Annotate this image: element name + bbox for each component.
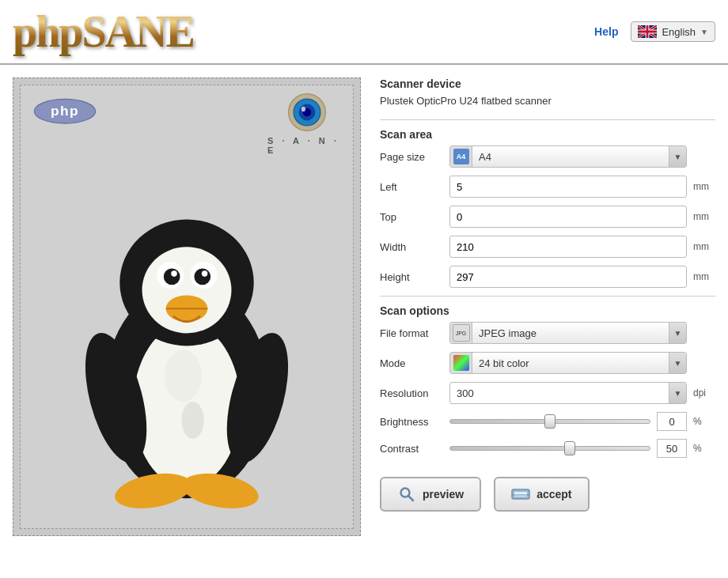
resolution-dropdown-arrow[interactable]: ▼ — [669, 383, 686, 403]
mode-value: 24 bit color — [472, 357, 669, 369]
language-selector[interactable]: English ▼ — [631, 21, 715, 42]
svg-rect-30 — [512, 494, 529, 496]
divider-1 — [380, 119, 715, 120]
brightness-slider-thumb[interactable] — [544, 414, 555, 429]
file-format-value: JPEG image — [472, 327, 669, 339]
left-label: Left — [380, 181, 443, 193]
svg-point-24 — [165, 349, 202, 402]
header: phpSANE Help English ▼ — [0, 0, 728, 65]
main-content: php S · A · N · E — [0, 65, 728, 549]
svg-point-7 — [301, 107, 305, 112]
height-row: Height mm — [380, 266, 715, 288]
file-format-row: File format JPG JPEG image ▼ — [380, 322, 715, 344]
flag-icon — [638, 25, 657, 38]
mode-select[interactable]: 24 bit color ▼ — [449, 352, 687, 374]
page-size-label: Page size — [380, 151, 443, 163]
preview-icon — [397, 485, 416, 504]
resolution-label: Resolution — [380, 387, 443, 399]
page-size-arrow[interactable]: ▼ — [669, 146, 686, 167]
sane-text: S · A · N · E — [267, 136, 347, 155]
a4-icon: A4 — [453, 149, 469, 164]
accept-icon — [511, 485, 530, 504]
php-logo: php — [33, 98, 97, 131]
top-label: Top — [380, 211, 443, 223]
file-format-arrow[interactable]: ▼ — [669, 323, 686, 343]
file-format-icon: JPG — [450, 323, 472, 343]
contrast-value[interactable]: 50 — [657, 439, 687, 458]
tux-penguin — [60, 157, 313, 520]
height-label: Height — [380, 271, 443, 283]
logo: phpSANE — [13, 6, 194, 57]
brightness-value[interactable]: 0 — [657, 412, 687, 431]
resolution-select[interactable]: 300 ▼ — [449, 382, 687, 404]
page-size-value: A4 — [472, 151, 669, 163]
svg-line-27 — [408, 496, 413, 501]
contrast-slider-container: 50 — [449, 439, 687, 458]
header-right: Help English ▼ — [594, 21, 715, 42]
sane-logo: S · A · N · E — [267, 92, 347, 155]
top-unit: mm — [693, 211, 715, 222]
left-unit: mm — [693, 181, 715, 192]
svg-text:php: php — [51, 103, 79, 119]
brightness-unit: % — [693, 416, 715, 427]
top-input[interactable] — [449, 206, 687, 228]
contrast-slider-thumb[interactable] — [564, 441, 575, 455]
contrast-label: Contrast — [380, 443, 443, 455]
mode-icon — [450, 353, 472, 373]
contrast-unit: % — [693, 443, 715, 454]
help-link[interactable]: Help — [594, 25, 618, 38]
mode-arrow[interactable]: ▼ — [669, 353, 686, 373]
page-size-select[interactable]: A4 A4 ▼ — [449, 145, 687, 168]
resolution-value: 300 — [450, 387, 669, 399]
divider-2 — [380, 296, 715, 297]
mode-row: Mode 24 bit color ▼ — [380, 352, 715, 374]
page-size-row: Page size A4 A4 ▼ — [380, 145, 715, 168]
left-input[interactable] — [449, 176, 687, 198]
file-format-label: File format — [380, 327, 443, 339]
resolution-unit: dpi — [693, 387, 715, 399]
brightness-slider-container: 0 — [449, 412, 687, 431]
contrast-slider-track[interactable] — [449, 446, 650, 451]
language-label: English — [662, 26, 696, 38]
right-panel: Scanner device Plustek OpticPro U24 flat… — [380, 77, 715, 512]
svg-point-14 — [171, 270, 177, 277]
sane-eye-icon — [282, 92, 332, 133]
svg-point-13 — [164, 269, 180, 285]
svg-point-16 — [194, 269, 210, 285]
resolution-row: Resolution 300 ▼ dpi — [380, 382, 715, 404]
mode-label: Mode — [380, 357, 443, 369]
width-row: Width mm — [380, 236, 715, 258]
width-label: Width — [380, 241, 443, 253]
width-input[interactable] — [449, 236, 687, 258]
brightness-row: Brightness 0 % — [380, 412, 715, 431]
color-swatch-icon — [453, 355, 469, 371]
top-row: Top mm — [380, 206, 715, 228]
scanner-device-name: Plustek OpticPro U24 flatbed scanner — [380, 95, 715, 107]
height-unit: mm — [693, 271, 715, 282]
scan-area-title: Scan area — [380, 128, 715, 141]
file-format-select[interactable]: JPG JPEG image ▼ — [449, 322, 687, 344]
left-row: Left mm — [380, 176, 715, 198]
svg-point-25 — [181, 402, 203, 439]
brightness-label: Brightness — [380, 416, 443, 428]
preview-inner: php S · A · N · E — [20, 85, 354, 529]
height-input[interactable] — [449, 266, 687, 288]
preview-label: preview — [423, 488, 464, 501]
logo-text: phpSANE — [13, 7, 194, 56]
scan-options-title: Scan options — [380, 304, 715, 317]
contrast-row: Contrast 50 % — [380, 439, 715, 458]
button-row: preview accept — [380, 477, 715, 512]
language-dropdown-arrow: ▼ — [700, 28, 708, 36]
scanner-device-title: Scanner device — [380, 77, 715, 90]
preview-area: php S · A · N · E — [13, 77, 361, 536]
accept-label: accept — [537, 488, 571, 501]
jpeg-icon: JPG — [453, 324, 470, 342]
tux-container: php S · A · N · E — [21, 85, 353, 528]
svg-point-17 — [202, 270, 208, 277]
width-unit: mm — [693, 241, 715, 252]
preview-button[interactable]: preview — [380, 477, 481, 512]
page-size-icon: A4 — [450, 146, 472, 167]
brightness-slider-track[interactable] — [449, 419, 650, 424]
accept-button[interactable]: accept — [494, 477, 589, 512]
